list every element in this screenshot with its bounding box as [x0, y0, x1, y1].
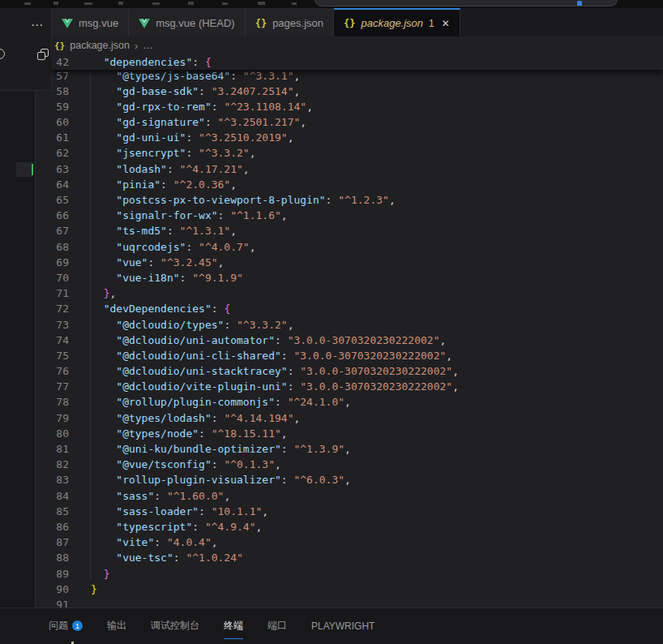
panel-tab-label: 问题: [49, 619, 68, 633]
code-line-67[interactable]: 67 "ts-md5": "^1.3.1",: [52, 223, 663, 238]
line-number: 64: [52, 177, 69, 192]
line-number: 69: [52, 255, 69, 270]
code-line-76[interactable]: 76 "@dcloudio/uni-stacktracey": "3.0.0-3…: [52, 363, 663, 379]
code-text: "lodash": "^4.17.21",: [69, 161, 250, 177]
code-line-59[interactable]: 59 "gd-rpx-to-rem": "^23.1108.14",: [52, 99, 663, 114]
tab-msg.vue-head-[interactable]: msg.vue (HEAD): [129, 8, 246, 36]
line-number: 63: [52, 161, 69, 177]
line-number: 88: [52, 550, 69, 565]
git-added-indicator: [32, 164, 33, 175]
code-line-86[interactable]: 86 "typescript": "^4.9.4",: [52, 519, 663, 535]
code-text: "typescript": "^4.9.4",: [69, 519, 262, 535]
line-number: 81: [52, 441, 69, 457]
code-line-88[interactable]: 88 "vue-tsc": "^1.0.24": [52, 550, 663, 565]
code-line-75[interactable]: 75 "@dcloudio/uni-cli-shared": "3.0.0-30…: [52, 348, 663, 363]
sidebar-rail-header: ⋯: [0, 8, 52, 91]
more-actions-icon[interactable]: ⋯: [31, 18, 50, 32]
code-line-62[interactable]: 62 "jsencrypt": "^3.3.2",: [52, 145, 663, 161]
code-line-60[interactable]: 60 "gd-signature": "^3.2501.217",: [52, 114, 663, 130]
tab-pages.json[interactable]: {}pages.json: [246, 8, 334, 36]
sidebar-rail: [0, 91, 36, 608]
code-line-65[interactable]: 65 "postcss-px-to-viewport-8-plugin": "^…: [52, 192, 663, 208]
line-number: 58: [52, 84, 69, 99]
panel-tab-problems[interactable]: 问题1: [49, 619, 83, 639]
code-line-78[interactable]: 78 "@rollup/plugin-commonjs": "^24.1.0",: [52, 394, 663, 410]
breadcrumb[interactable]: {} package.json › …: [52, 36, 663, 54]
code-line-81[interactable]: 81 "@uni-ku/bundle-optimizer": "^1.3.9",: [52, 441, 663, 457]
code-text: "@dcloudio/vite-plugin-uni": "3.0.0-3070…: [69, 379, 459, 394]
code-text: "pinia": "^2.0.36",: [69, 177, 237, 192]
code-line-80[interactable]: 80 "@types/node": "^18.15.11",: [52, 426, 663, 441]
code-text: "gd-signature": "^3.2501.217",: [69, 114, 306, 130]
line-number: 65: [52, 192, 69, 208]
refresh-icon[interactable]: [0, 49, 5, 59]
line-number: 89: [52, 566, 69, 582]
code-line-82[interactable]: 82 "@vue/tsconfig": "^0.1.3",: [52, 457, 663, 472]
code-line-68[interactable]: 68 "uqrcodejs": "^4.0.7",: [52, 239, 663, 255]
code-text: "@dcloudio/uni-automator": "3.0.0-307032…: [69, 333, 446, 348]
menu-fragment: [292, 2, 297, 5]
line-number: 66: [52, 208, 69, 223]
indent-guide: [90, 70, 91, 579]
code-line-90[interactable]: 90}: [52, 582, 663, 597]
code-line-61[interactable]: 61 "gd-uni-ui": "^3.2510.2019",: [52, 130, 663, 145]
code-line-69[interactable]: 69 "vue": "^3.2.45",: [52, 255, 663, 270]
panel-tab-output[interactable]: 输出: [107, 619, 126, 639]
code-line-73[interactable]: 73 "@dcloudio/types": "^3.3.2",: [52, 317, 663, 333]
sticky-scroll-line[interactable]: 42 "dependencies": {: [52, 54, 663, 70]
code-line-71[interactable]: 71 },: [52, 286, 663, 301]
line-number: 87: [52, 535, 69, 550]
code-line-85[interactable]: 85 "sass-loader": "10.1.1",: [52, 504, 663, 519]
code-line-89[interactable]: 89 }: [52, 566, 663, 582]
line-number: 91: [52, 597, 69, 608]
panel-tab-playwright[interactable]: PLAYWRIGHT: [311, 620, 374, 638]
breadcrumb-collapsed[interactable]: …: [143, 40, 153, 51]
code-line-64[interactable]: 64 "pinia": "^2.0.36",: [52, 177, 663, 192]
json-file-icon: {}: [54, 41, 65, 51]
command-center-search[interactable]: [314, 0, 618, 6]
panel-tab-debug-console[interactable]: 调试控制台: [151, 619, 199, 639]
menu-fragment: [152, 2, 160, 5]
code-line-sticky-42[interactable]: 42 "dependencies": {: [52, 54, 663, 70]
code-text: "ts-md5": "^1.3.1",: [69, 223, 237, 238]
line-number: 82: [52, 457, 69, 472]
line-number: 73: [52, 317, 69, 333]
code-text: "@rollup/plugin-commonjs": "^24.1.0",: [69, 394, 351, 410]
code-line-70[interactable]: 70 "vue-i18n": "^9.1.9": [52, 270, 663, 286]
code-line-87[interactable]: 87 "vite": "4.0.4",: [52, 535, 663, 550]
code-line-58[interactable]: 58 "gd-base-sdk": "3.2407.2514",: [52, 84, 663, 99]
code-line-63[interactable]: 63 "lodash": "^4.17.21",: [52, 161, 663, 177]
breadcrumb-file[interactable]: package.json: [70, 40, 130, 51]
code-line-91[interactable]: 91: [52, 597, 663, 608]
panel-tab-ports[interactable]: 端口: [267, 619, 287, 639]
menu-fragment: [188, 2, 194, 5]
code-line-72[interactable]: 72 "devDependencies": {: [52, 301, 663, 316]
panel-tab-label: 调试控制台: [151, 619, 199, 633]
chevron-right-icon: ›: [135, 40, 138, 52]
panel-tab-terminal[interactable]: 终端: [224, 619, 243, 639]
code-line-79[interactable]: 79 "@types/lodash": "^4.14.194",: [52, 410, 663, 426]
editor-code-area[interactable]: 57 "@types/js-base64": "^3.3.1",58 "gd-b…: [52, 54, 663, 608]
code-line-77[interactable]: 77 "@dcloudio/vite-plugin-uni": "3.0.0-3…: [52, 379, 663, 394]
line-number: 85: [52, 504, 69, 519]
code-line-74[interactable]: 74 "@dcloudio/uni-automator": "3.0.0-307…: [52, 333, 663, 348]
copy-file-icon[interactable]: [37, 49, 50, 62]
code-line-66[interactable]: 66 "signalr-for-wx": "^1.1.6",: [52, 208, 663, 223]
tab-problems-badge: 1: [429, 18, 434, 29]
code-text: "uqrcodejs": "^4.0.7",: [69, 239, 256, 255]
code-line-83[interactable]: 83 "rollup-plugin-visualizer": "^6.0.3",: [52, 472, 663, 487]
code-line-57[interactable]: 57 "@types/js-base64": "^3.3.1",: [52, 68, 663, 84]
close-icon[interactable]: ✕: [442, 18, 450, 29]
line-number: 59: [52, 99, 69, 114]
menu-fragment: [118, 2, 123, 5]
tab-package.json[interactable]: {}package.json1✕: [334, 8, 460, 36]
rail-hover-highlight: [16, 162, 32, 177]
tab-msg.vue[interactable]: msg.vue: [52, 8, 129, 36]
line-number: 74: [52, 333, 69, 348]
panel-tab-label: 终端: [224, 619, 243, 633]
line-number: 84: [52, 488, 69, 504]
line-number: 62: [52, 145, 69, 161]
code-line-84[interactable]: 84 "sass": "^1.60.0",: [52, 488, 663, 504]
code-text: "dependencies": {: [69, 54, 212, 70]
titlebar-strip: [0, 0, 663, 8]
